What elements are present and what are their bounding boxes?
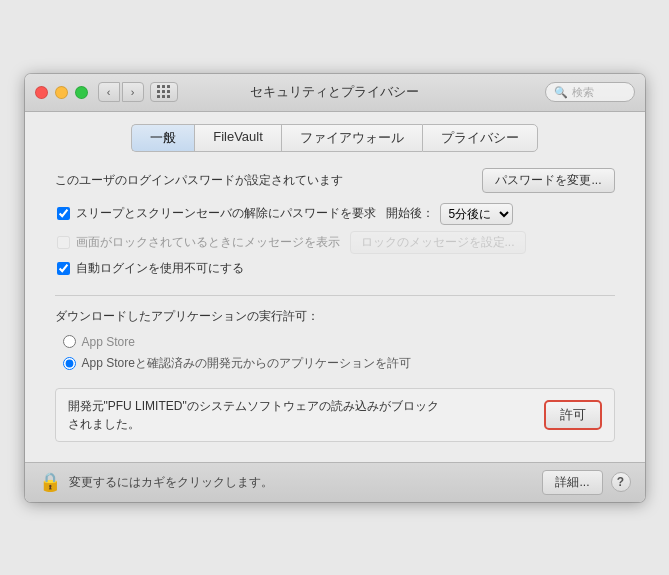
tab-firewall[interactable]: ファイアウォール [281, 124, 422, 152]
grid-icon [157, 85, 171, 99]
radio-row-appstore-confirmed: App Storeと確認済みの開発元からのアプリケーションを許可 [63, 355, 615, 372]
sleep-checkbox[interactable] [57, 207, 70, 220]
sleep-after-label: 開始後： [386, 205, 434, 222]
lock-message-row: 画面がロックされているときにメッセージを表示 ロックのメッセージを設定... [55, 231, 615, 254]
radio-appstore[interactable] [63, 335, 76, 348]
radio-appstore-confirmed-label: App Storeと確認済みの開発元からのアプリケーションを許可 [82, 355, 411, 372]
sleep-after-select[interactable]: 5分後に [440, 203, 513, 225]
traffic-lights [35, 86, 88, 99]
maximize-button[interactable] [75, 86, 88, 99]
block-notice-text: 開発元"PFU LIMITED"のシステムソフトウェアの読み込みがブロックされま… [68, 397, 448, 433]
radio-appstore-label: App Store [82, 335, 135, 349]
lock-message-label: 画面がロックされているときにメッセージを表示 [76, 234, 340, 251]
radio-group: App Store App Storeと確認済みの開発元からのアプリケーションを… [55, 335, 615, 372]
lock-message-checkbox[interactable] [57, 236, 70, 249]
details-button[interactable]: 詳細... [542, 470, 602, 495]
download-section-label: ダウンロードしたアプリケーションの実行許可： [55, 308, 615, 325]
window-title: セキュリティとプライバシー [250, 83, 419, 101]
tab-privacy[interactable]: プライバシー [422, 124, 538, 152]
block-notice: 開発元"PFU LIMITED"のシステムソフトウェアの読み込みがブロックされま… [55, 388, 615, 442]
auto-login-row: 自動ログインを使用不可にする [55, 260, 615, 277]
nav-buttons: ‹ › [98, 82, 144, 102]
forward-button[interactable]: › [122, 82, 144, 102]
back-button[interactable]: ‹ [98, 82, 120, 102]
allow-button[interactable]: 許可 [544, 400, 602, 430]
auto-login-checkbox[interactable] [57, 262, 70, 275]
search-icon: 🔍 [554, 86, 568, 99]
password-section: このユーザのログインパスワードが設定されています パスワードを変更... [55, 168, 615, 193]
tab-general[interactable]: 一般 [131, 124, 194, 152]
footer: 🔒 変更するにはカギをクリックします。 詳細... ? [25, 462, 645, 502]
footer-text: 変更するにはカギをクリックします。 [69, 474, 535, 491]
titlebar: ‹ › セキュリティとプライバシー 🔍 検索 [25, 74, 645, 112]
grid-button[interactable] [150, 82, 178, 102]
sleep-label: スリープとスクリーンセーバの解除にパスワードを要求 [76, 205, 376, 222]
minimize-button[interactable] [55, 86, 68, 99]
content-area: このユーザのログインパスワードが設定されています パスワードを変更... スリー… [25, 152, 645, 462]
main-window: ‹ › セキュリティとプライバシー 🔍 検索 一般 FileVault ファイア… [25, 74, 645, 502]
radio-appstore-confirmed[interactable] [63, 357, 76, 370]
search-box[interactable]: 🔍 検索 [545, 82, 635, 102]
search-placeholder: 検索 [572, 85, 594, 100]
set-lock-message-button[interactable]: ロックのメッセージを設定... [350, 231, 526, 254]
password-notice-text: このユーザのログインパスワードが設定されています [55, 172, 343, 189]
radio-row-appstore: App Store [63, 335, 615, 349]
auto-login-label: 自動ログインを使用不可にする [76, 260, 244, 277]
tabs-bar: 一般 FileVault ファイアウォール プライバシー [25, 112, 645, 152]
sleep-checkbox-row: スリープとスクリーンセーバの解除にパスワードを要求 開始後： 5分後に [55, 203, 615, 225]
lock-icon[interactable]: 🔒 [39, 471, 61, 493]
section-divider [55, 295, 615, 296]
help-button[interactable]: ? [611, 472, 631, 492]
tab-filevault[interactable]: FileVault [194, 124, 281, 152]
close-button[interactable] [35, 86, 48, 99]
change-password-button[interactable]: パスワードを変更... [482, 168, 614, 193]
